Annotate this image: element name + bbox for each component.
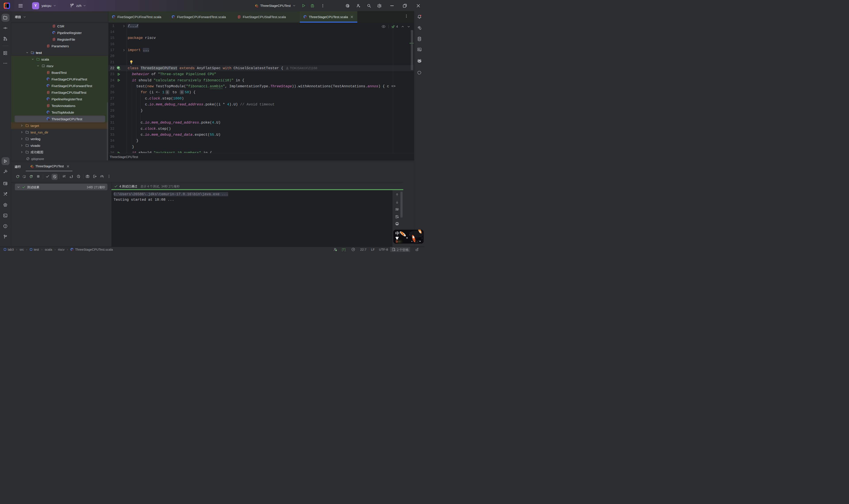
svg-text:S: S xyxy=(396,239,398,243)
svg-text:IJ: IJ xyxy=(5,4,7,6)
